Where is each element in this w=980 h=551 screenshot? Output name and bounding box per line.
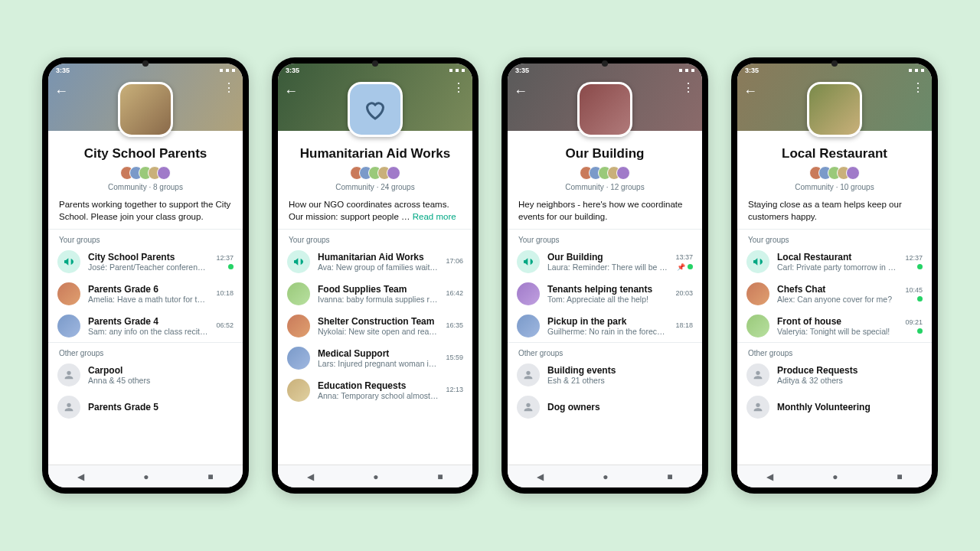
group-row[interactable]: Front of houseValeryia: Tonight will be …	[737, 310, 932, 342]
group-time: 06:52	[216, 321, 234, 329]
nav-back-icon[interactable]: ◀	[537, 471, 544, 482]
status-bar: 3:35	[745, 67, 924, 74]
group-row[interactable]: Humanitarian Aid WorksAva: New group of …	[278, 246, 472, 278]
status-icons	[449, 67, 465, 74]
status-icons	[909, 67, 924, 74]
group-row[interactable]: Chefs ChatAlex: Can anyone cover for me?…	[737, 278, 932, 310]
more-icon[interactable]: ⋮	[452, 85, 465, 91]
group-text: Medical SupportLars: Injured pregnant wo…	[318, 348, 438, 368]
group-name: Parents Grade 4	[88, 316, 208, 327]
group-avatar-placeholder	[57, 364, 80, 386]
camera-notch	[142, 60, 149, 67]
screen: 3:35←⋮Local RestaurantCommunity · 10 gro…	[737, 64, 932, 487]
group-row[interactable]: Shelter Construction TeamNykolai: New si…	[278, 310, 472, 342]
member-avatars[interactable]	[48, 166, 243, 180]
divider	[737, 229, 932, 230]
group-row[interactable]: Tenants helping tenantsTom: Appreciate a…	[508, 278, 702, 310]
group-time: 18:18	[675, 321, 693, 329]
group-text: Education RequestsAnna: Temporary school…	[318, 380, 438, 400]
status-icons	[679, 67, 694, 74]
group-row[interactable]: Education RequestsAnna: Temporary school…	[278, 374, 472, 406]
group-name: Produce Requests	[777, 365, 923, 376]
group-time: 12:37	[216, 254, 234, 262]
nav-back-icon[interactable]: ◀	[766, 471, 773, 482]
community-header: 3:35←⋮	[48, 64, 243, 131]
nav-recent-icon[interactable]: ■	[437, 471, 443, 482]
group-meta: 15:59	[446, 354, 463, 364]
group-preview: José: Parent/Teacher conferences …	[88, 262, 208, 272]
read-more-link[interactable]: Read more	[413, 212, 456, 221]
group-text: Produce RequestsAditya & 32 others	[777, 365, 923, 385]
community-avatar[interactable]	[577, 82, 632, 137]
group-meta: 10:18	[216, 289, 234, 299]
group-preview: Valeryia: Tonight will be special!	[777, 327, 897, 336]
group-row[interactable]: Parents Grade 6Amelia: Have a math tutor…	[48, 278, 243, 310]
group-time: 16:35	[446, 321, 463, 329]
android-nav-bar: ◀●■	[737, 465, 932, 487]
more-icon[interactable]: ⋮	[223, 85, 235, 91]
android-nav-bar: ◀●■	[48, 465, 243, 487]
nav-home-icon[interactable]: ●	[603, 471, 608, 482]
your-groups-label: Your groups	[278, 231, 472, 246]
announcement-icon	[746, 250, 769, 273]
announcement-icon	[57, 250, 80, 273]
group-text: Shelter Construction TeamNykolai: New si…	[318, 316, 438, 336]
group-meta: 10:45	[905, 286, 923, 302]
group-row[interactable]: City School ParentsJosé: Parent/Teacher …	[48, 246, 243, 278]
member-avatar	[846, 166, 860, 180]
group-text: Humanitarian Aid WorksAva: New group of …	[318, 252, 438, 272]
back-icon[interactable]: ←	[54, 83, 68, 99]
community-avatar[interactable]	[807, 82, 862, 137]
nav-recent-icon[interactable]: ■	[897, 471, 902, 482]
group-row[interactable]: Parents Grade 4Sam: any info on the clas…	[48, 310, 243, 342]
group-name: Humanitarian Aid Works	[318, 252, 438, 262]
group-avatar	[287, 315, 310, 337]
community-meta: Community · 10 groups	[737, 183, 932, 191]
group-row[interactable]: Medical SupportLars: Injured pregnant wo…	[278, 342, 472, 374]
group-name: Pickup in the park	[547, 316, 668, 327]
group-row[interactable]: Produce RequestsAditya & 32 others	[737, 359, 932, 391]
back-icon[interactable]: ←	[743, 83, 757, 99]
nav-back-icon[interactable]: ◀	[77, 471, 84, 482]
nav-recent-icon[interactable]: ■	[207, 471, 213, 482]
nav-home-icon[interactable]: ●	[832, 471, 838, 482]
group-row[interactable]: Our BuildingLaura: Reminder: There will …	[508, 246, 702, 278]
member-avatars[interactable]	[278, 166, 472, 180]
group-row[interactable]: Dog owners	[508, 391, 702, 423]
group-row[interactable]: Monthly Volunteering	[737, 391, 932, 423]
member-avatars[interactable]	[508, 166, 702, 180]
announcement-icon	[287, 250, 310, 273]
your-groups-label: Your groups	[508, 231, 702, 246]
back-icon[interactable]: ←	[514, 83, 528, 99]
phone-frame: 3:35←⋮Our BuildingCommunity · 12 groupsH…	[501, 57, 708, 494]
more-icon[interactable]: ⋮	[682, 85, 694, 91]
group-row[interactable]: Local RestaurantCarl: Private party tomo…	[737, 246, 932, 278]
camera-notch	[602, 60, 608, 67]
group-row[interactable]: Pickup in the parkGuilherme: No rain in …	[508, 310, 702, 342]
group-name: Front of house	[777, 316, 897, 327]
group-avatar	[517, 282, 540, 305]
group-avatar	[57, 315, 80, 337]
group-text: Our BuildingLaura: Reminder: There will …	[547, 252, 668, 272]
community-avatar[interactable]	[348, 82, 403, 137]
nav-back-icon[interactable]: ◀	[307, 471, 314, 482]
status-time: 3:35	[286, 67, 299, 74]
group-row[interactable]: CarpoolAnna & 45 others	[48, 359, 243, 391]
member-avatars[interactable]	[737, 166, 932, 180]
back-icon[interactable]: ←	[284, 83, 298, 99]
group-preview: Carl: Private party tomorrow in the …	[777, 262, 897, 272]
other-groups-label: Other groups	[48, 344, 243, 359]
group-meta: 18:18	[675, 321, 693, 331]
group-text: Front of houseValeryia: Tonight will be …	[777, 316, 897, 336]
more-icon[interactable]: ⋮	[912, 85, 924, 91]
group-row[interactable]: Food Supplies TeamIvanna: baby formula s…	[278, 278, 472, 310]
nav-recent-icon[interactable]: ■	[667, 471, 672, 482]
community-avatar[interactable]	[118, 82, 173, 137]
group-row[interactable]: Parents Grade 5	[48, 391, 243, 423]
community-header: 3:35←⋮	[278, 64, 472, 131]
group-name: Local Restaurant	[777, 252, 897, 262]
group-preview: Amelia: Have a math tutor for the upco…	[88, 295, 208, 304]
group-row[interactable]: Building eventsEsh & 21 others	[508, 359, 702, 391]
nav-home-icon[interactable]: ●	[373, 471, 378, 482]
nav-home-icon[interactable]: ●	[143, 471, 149, 482]
